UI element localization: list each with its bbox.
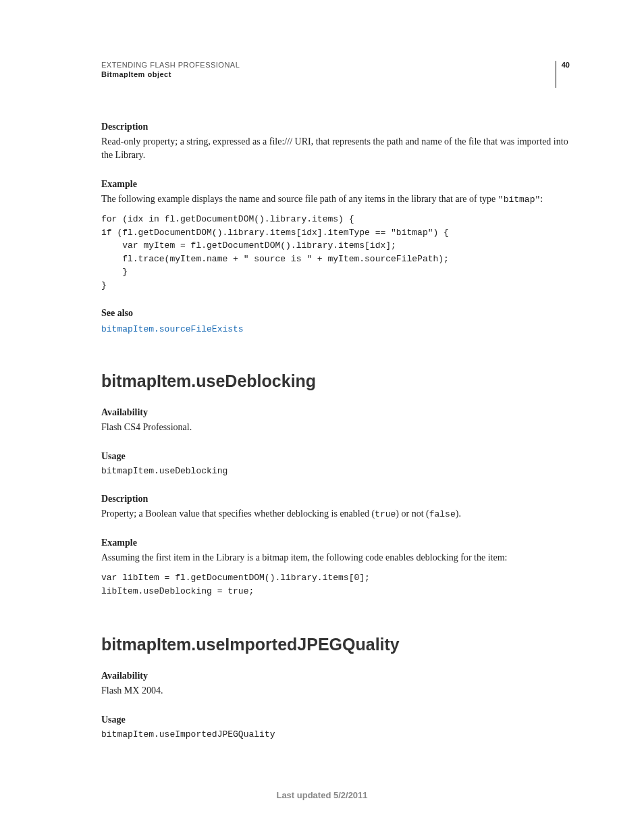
heading-usedeblocking: bitmapItem.useDeblocking xyxy=(101,371,570,391)
usage-code: bitmapItem.useDeblocking xyxy=(101,465,570,478)
desc-post: ). xyxy=(456,509,461,519)
see-also-label: See also xyxy=(101,308,570,319)
availability-text-2: Flash MX 2004. xyxy=(101,684,570,698)
example-intro-post: : xyxy=(540,194,543,204)
description-label: Description xyxy=(101,122,570,132)
description-text-2: Property; a Boolean value that specifies… xyxy=(101,507,570,521)
running-header: EXTENDING FLASH PROFESSIONAL BitmapItem … xyxy=(101,61,570,88)
availability-label: Availability xyxy=(101,407,570,418)
desc-false: false xyxy=(429,509,456,519)
page-content: EXTENDING FLASH PROFESSIONAL BitmapItem … xyxy=(0,0,644,741)
example-label: Example xyxy=(101,179,570,190)
usage-code-2: bitmapItem.useImportedJPEGQuality xyxy=(101,728,570,741)
availability-text: Flash CS4 Professional. xyxy=(101,421,570,434)
doc-subtitle: BitmapItem object xyxy=(101,70,240,78)
example-code-block: for (idx in fl.getDocumentDOM().library.… xyxy=(101,213,570,292)
usage-label: Usage xyxy=(101,451,570,462)
heading-useimportedjpegquality: bitmapItem.useImportedJPEGQuality xyxy=(101,635,570,654)
see-also-link[interactable]: bitmapItem.sourceFileExists xyxy=(101,324,244,334)
example-intro-code: "bitmap" xyxy=(498,194,540,205)
example-intro-pre: The following example displays the name … xyxy=(101,194,498,204)
example-intro: The following example displays the name … xyxy=(101,192,570,207)
example-intro-2: Assuming the first item in the Library i… xyxy=(101,551,570,565)
usage-label-2: Usage xyxy=(101,714,570,725)
availability-label-2: Availability xyxy=(101,671,570,681)
description-text: Read-only property; a string, expressed … xyxy=(101,135,570,163)
desc-pre: Property; a Boolean value that specifies… xyxy=(101,509,375,519)
desc-mid: ) or not ( xyxy=(396,509,429,519)
doc-title: EXTENDING FLASH PROFESSIONAL xyxy=(101,61,240,69)
example-label-2: Example xyxy=(101,538,570,548)
header-left: EXTENDING FLASH PROFESSIONAL BitmapItem … xyxy=(101,61,240,78)
footer-updated: Last updated 5/2/2011 xyxy=(0,790,644,800)
page-number: 40 xyxy=(556,61,570,88)
example-code-block-2: var libItem = fl.getDocumentDOM().librar… xyxy=(101,571,570,598)
description-label-2: Description xyxy=(101,494,570,504)
desc-true: true xyxy=(375,509,396,519)
